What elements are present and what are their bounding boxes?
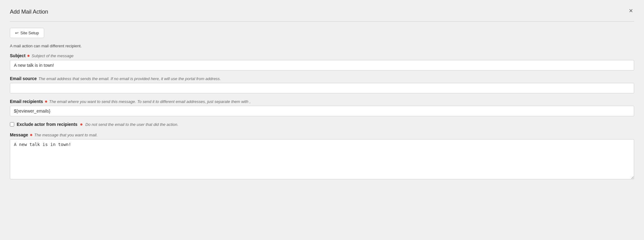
message-label-row: Message ● The message that you want to m… xyxy=(10,132,634,137)
modal-container: Add Mail Action × ↩ Site Setup A mail ac… xyxy=(0,0,644,240)
site-setup-icon: ↩ xyxy=(15,31,19,35)
email-recipients-input[interactable] xyxy=(10,106,634,116)
email-recipients-label-row: Email recipients ● The email where you w… xyxy=(10,99,634,104)
email-recipients-hint: The email where you want to send this me… xyxy=(49,99,251,104)
email-recipients-label: Email recipients xyxy=(10,99,43,104)
site-setup-button[interactable]: ↩ Site Setup xyxy=(10,28,44,38)
subject-input[interactable] xyxy=(10,60,634,71)
email-source-field-row: Email source The email address that send… xyxy=(10,76,634,93)
email-source-input[interactable] xyxy=(10,83,634,93)
subject-label-row: Subject ● Subject of the message xyxy=(10,53,634,58)
subject-field-row: Subject ● Subject of the message xyxy=(10,53,634,71)
exclude-actor-required-dot: ● xyxy=(80,122,83,127)
message-label: Message xyxy=(10,132,28,137)
close-button[interactable]: × xyxy=(626,6,635,15)
description-text: A mail action can mail different recipie… xyxy=(10,44,634,48)
modal-title: Add Mail Action xyxy=(10,9,634,15)
subject-label: Subject xyxy=(10,53,26,58)
subject-required-dot: ● xyxy=(27,53,30,58)
message-field-row: Message ● The message that you want to m… xyxy=(10,132,634,180)
email-source-label-row: Email source The email address that send… xyxy=(10,76,634,81)
email-source-label: Email source xyxy=(10,76,37,81)
message-textarea[interactable]: A new talk is in town! xyxy=(10,139,634,179)
divider xyxy=(10,21,634,22)
exclude-actor-hint: Do not send the email to the user that d… xyxy=(86,122,178,127)
exclude-actor-label[interactable]: Exclude actor from recipients xyxy=(17,122,77,127)
exclude-actor-checkbox[interactable] xyxy=(10,122,14,126)
message-textarea-wrapper: A new talk is in town! xyxy=(10,139,634,180)
site-setup-label: Site Setup xyxy=(20,31,39,35)
message-required-dot: ● xyxy=(30,132,33,137)
email-recipients-field-row: Email recipients ● The email where you w… xyxy=(10,99,634,116)
exclude-actor-row: Exclude actor from recipients ● Do not s… xyxy=(10,122,634,127)
message-hint: The message that you want to mail. xyxy=(34,133,98,137)
subject-hint: Subject of the message xyxy=(31,54,73,58)
email-source-hint: The email address that sends the email. … xyxy=(38,76,221,81)
email-recipients-required-dot: ● xyxy=(44,99,48,104)
